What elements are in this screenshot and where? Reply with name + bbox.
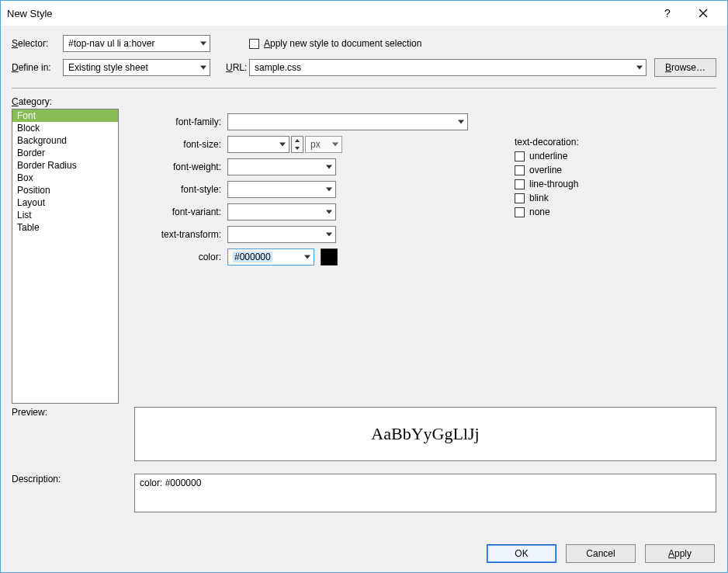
apply-to-selection-checkbox[interactable]: Apply new style to document selection [249, 38, 421, 49]
close-icon [699, 9, 708, 18]
cancel-button[interactable]: Cancel [566, 544, 636, 563]
preview-label: Preview: [12, 407, 119, 418]
color-combobox[interactable]: #000000 [227, 248, 314, 266]
font-panel: font-family: font-size: px [134, 109, 716, 404]
blink-checkbox[interactable]: blink [515, 193, 579, 203]
underline-checkbox[interactable]: underline [515, 151, 579, 161]
new-style-dialog: New Style ? Selector: #top-nav ul li a:h… [0, 0, 728, 573]
chevron-down-icon [636, 66, 643, 70]
text-decoration-label: text-decoration: [515, 137, 579, 148]
color-value: #000000 [233, 252, 272, 262]
text-transform-label: text-transform: [134, 229, 227, 240]
definein-value: Existing style sheet [68, 62, 148, 73]
chevron-down-icon [332, 143, 338, 147]
button-row: OK Cancel Apply [1, 535, 727, 572]
category-item-background[interactable]: Background [12, 134, 118, 147]
font-size-spinner[interactable] [291, 136, 303, 153]
ok-button[interactable]: OK [487, 544, 556, 563]
category-item-layout[interactable]: Layout [12, 196, 118, 209]
chevron-down-icon [458, 120, 464, 124]
category-item-position[interactable]: Position [12, 184, 118, 196]
font-size-label: font-size: [134, 139, 227, 150]
line-through-checkbox[interactable]: line-through [515, 179, 579, 189]
definein-label: Define in: [12, 62, 63, 73]
url-label: URL: [226, 62, 249, 73]
checkbox-box [249, 39, 259, 49]
font-style-combobox[interactable] [227, 181, 336, 198]
close-button[interactable] [685, 1, 721, 26]
chevron-down-icon [326, 233, 332, 237]
font-family-combobox[interactable] [227, 113, 468, 130]
description-label: Description: [12, 474, 119, 484]
font-size-unit-combobox[interactable]: px [305, 136, 342, 153]
chevron-down-icon [304, 255, 310, 259]
category-item-font[interactable]: Font [12, 109, 118, 122]
text-decoration-group: text-decoration: underline overline line… [515, 137, 579, 221]
font-variant-combobox[interactable] [227, 203, 336, 221]
text-transform-combobox[interactable] [227, 226, 336, 243]
chevron-down-icon [326, 188, 332, 192]
category-item-block[interactable]: Block [12, 122, 118, 134]
color-swatch[interactable] [321, 248, 338, 266]
chevron-down-icon [279, 143, 286, 147]
selector-combobox[interactable]: #top-nav ul li a:hover [63, 35, 210, 52]
category-list[interactable]: Font Block Background Border Border Radi… [12, 109, 119, 404]
category-item-border[interactable]: Border [12, 147, 118, 159]
chevron-down-icon [326, 210, 332, 214]
apply-to-selection-label: Apply new style to document selection [264, 38, 421, 49]
category-label: Category: [12, 96, 716, 107]
category-item-list[interactable]: List [12, 209, 118, 221]
category-item-border-radius[interactable]: Border Radius [12, 159, 118, 172]
color-label: color: [134, 252, 227, 262]
url-value: sample.css [255, 62, 301, 73]
font-family-label: font-family: [134, 116, 227, 127]
chevron-down-icon [200, 66, 206, 70]
window-title: New Style [7, 8, 53, 19]
overline-checkbox[interactable]: overline [515, 165, 579, 175]
font-weight-label: font-weight: [134, 161, 227, 172]
font-weight-combobox[interactable] [227, 158, 336, 175]
selector-value: #top-nav ul li a:hover [68, 38, 154, 49]
font-style-label: font-style: [134, 184, 227, 195]
description-box: color: #000000 [134, 474, 716, 512]
preview-box: AaBbYyGgLlJj [134, 407, 716, 461]
browse-button[interactable]: Browse… [654, 58, 716, 77]
preview-sample: AaBbYyGgLlJj [371, 424, 479, 444]
help-button[interactable]: ? [650, 1, 685, 26]
definein-combobox[interactable]: Existing style sheet [63, 59, 210, 76]
selector-label: Selector: [12, 38, 63, 49]
font-size-combobox[interactable] [227, 136, 289, 153]
font-variant-label: font-variant: [134, 207, 227, 217]
url-combobox[interactable]: sample.css [249, 59, 647, 76]
apply-button[interactable]: Apply [645, 544, 715, 563]
title-bar: New Style ? [1, 1, 727, 26]
description-text: color: #000000 [140, 477, 201, 488]
separator [12, 88, 716, 89]
none-checkbox[interactable]: none [515, 207, 579, 217]
chevron-down-icon [326, 165, 332, 169]
category-item-table[interactable]: Table [12, 221, 118, 234]
category-item-box[interactable]: Box [12, 172, 118, 184]
chevron-down-icon [200, 42, 206, 46]
